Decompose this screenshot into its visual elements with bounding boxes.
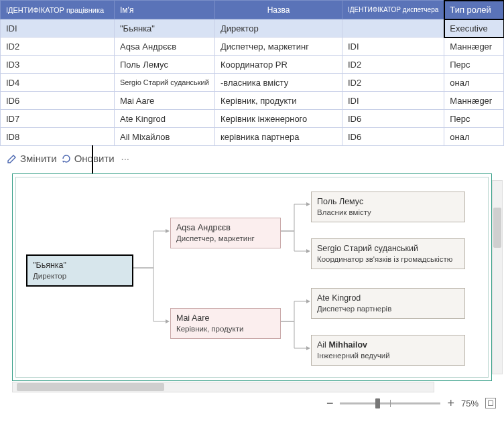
node-title: Диспетчер партнерів xyxy=(317,304,459,315)
table-row[interactable]: ID2 Aqsa Андрєєв Диспетчер, маркетинг ID… xyxy=(1,38,504,56)
node-title: Керівник, продукти xyxy=(176,324,275,335)
zoom-value: 75% xyxy=(461,398,479,408)
col-role-type[interactable]: Тип ролей xyxy=(444,1,504,19)
edit-button[interactable]: Змінити xyxy=(7,153,57,164)
cell-name[interactable]: Aqsa Андрєєв xyxy=(115,38,215,56)
node-name: Aqsa Андрєєв xyxy=(176,222,275,234)
node-name: Ail Mihhailov xyxy=(317,340,459,351)
cell-id[interactable]: ID3 xyxy=(1,56,115,74)
table-row[interactable]: ID7 Ate Kingrod Керівник інженерного ID6… xyxy=(1,110,504,128)
cell-role[interactable]: Перс xyxy=(444,110,504,128)
col-name[interactable]: Ім'я xyxy=(115,1,215,19)
node-name: Поль Лемус xyxy=(317,196,459,208)
node-name: Mai Aare xyxy=(176,313,275,324)
cell-id[interactable]: ID6 xyxy=(1,92,115,110)
org-node[interactable]: Поль Лемус Власник вмісту xyxy=(311,192,465,222)
cell-title[interactable]: Диспетчер, маркетинг xyxy=(215,38,342,56)
org-node-root[interactable]: "Бьянка" Директор xyxy=(26,254,133,287)
fit-to-window-button[interactable] xyxy=(485,398,496,408)
cell-name[interactable]: Mai Aare xyxy=(115,92,215,110)
scrollbar-thumb[interactable] xyxy=(17,383,164,391)
node-title: Директор xyxy=(33,271,127,282)
table-row[interactable]: IDI "Бьянка" Директор Executive xyxy=(1,19,504,38)
table-row[interactable]: ID8 Ail Міхайлов керівника партнера ID6 … xyxy=(1,128,504,146)
cell-name[interactable]: Ate Kingrod xyxy=(115,110,215,128)
cell-mgr[interactable]: IDI xyxy=(342,92,444,110)
cell-title[interactable]: Керівник інженерного xyxy=(215,110,342,128)
node-name: Sergio Старий суданський xyxy=(317,243,459,254)
org-node[interactable]: Mai Aare Керівник, продукти xyxy=(170,308,281,339)
col-title[interactable]: Назва xyxy=(215,1,342,19)
vertical-scrollbar[interactable] xyxy=(492,180,503,374)
cell-role[interactable]: Маннæger xyxy=(444,38,504,56)
cell-title[interactable]: -власника вмісту xyxy=(215,74,342,92)
cell-id[interactable]: ID8 xyxy=(1,128,115,146)
table-header-row: ІДЕНТИФІКАТОР працівника Ім'я Назва ІДЕН… xyxy=(1,1,504,19)
cell-mgr[interactable]: ID2 xyxy=(342,74,444,92)
cell-role[interactable]: онал xyxy=(444,74,504,92)
node-title: Координатор зв'язків із громадськістю xyxy=(317,254,459,265)
cell-title[interactable]: Директор xyxy=(215,19,342,38)
cell-title[interactable]: керівника партнера xyxy=(215,128,342,146)
svg-marker-0 xyxy=(62,161,64,163)
cell-name[interactable]: Sergio Старий суданський xyxy=(115,74,215,92)
cell-mgr[interactable] xyxy=(342,19,444,38)
zoom-slider[interactable] xyxy=(340,402,440,404)
zoom-bar: − + 75% xyxy=(0,393,504,416)
cell-name[interactable]: Поль Лемус xyxy=(115,56,215,74)
org-node[interactable]: Sergio Старий суданський Координатор зв'… xyxy=(311,238,465,269)
node-title: Інженерний ведучий xyxy=(317,351,459,362)
refresh-icon xyxy=(61,153,72,164)
cell-id[interactable]: ID7 xyxy=(1,110,115,128)
cell-name[interactable]: Ail Міхайлов xyxy=(115,128,215,146)
diagram-viewport: "Бьянка" Директор Aqsa Андрєєв Диспетчер… xyxy=(0,169,504,381)
cell-mgr[interactable]: ID2 xyxy=(342,56,444,74)
diagram-canvas[interactable]: "Бьянка" Директор Aqsa Андрєєв Диспетчер… xyxy=(12,173,492,381)
org-node[interactable]: Ail Mihhailov Інженерний ведучий xyxy=(311,335,465,366)
zoom-tick xyxy=(390,400,391,407)
table-row[interactable]: ID6 Mai Aare Керівник, продукти IDI Манн… xyxy=(1,92,504,110)
org-node[interactable]: Aqsa Андрєєв Диспетчер, маркетинг xyxy=(170,218,281,248)
cell-id[interactable]: ID4 xyxy=(1,74,115,92)
cell-title[interactable]: Керівник, продукти xyxy=(215,92,342,110)
cell-title[interactable]: Координатор PR xyxy=(215,56,342,74)
node-title: Диспетчер, маркетинг xyxy=(176,234,275,244)
cell-role[interactable]: Executive xyxy=(444,19,504,38)
cell-role[interactable]: онал xyxy=(444,128,504,146)
scrollbar-thumb[interactable] xyxy=(493,208,501,248)
cell-mgr[interactable]: ID6 xyxy=(342,128,444,146)
cell-role[interactable]: Маннæger xyxy=(444,92,504,110)
horizontal-scrollbar[interactable] xyxy=(12,382,434,392)
zoom-in-button[interactable]: + xyxy=(447,397,454,409)
cell-id[interactable]: IDI xyxy=(1,19,115,38)
node-name: Ate Kingrod xyxy=(317,293,459,304)
cell-id[interactable]: ID2 xyxy=(1,38,115,56)
col-manager-id[interactable]: ІДЕНТИФІКАТОР диспетчера xyxy=(342,1,444,19)
cell-name[interactable]: "Бьянка" xyxy=(115,19,215,38)
employee-table: ІДЕНТИФІКАТОР працівника Ім'я Назва ІДЕН… xyxy=(0,0,504,146)
table-row[interactable]: ID3 Поль Лемус Координатор PR ID2 Перс xyxy=(1,56,504,74)
col-employee-id[interactable]: ІДЕНТИФІКАТОР працівника xyxy=(1,1,115,19)
node-name: "Бьянка" xyxy=(33,260,127,271)
zoom-out-button[interactable]: − xyxy=(326,397,334,409)
cell-mgr[interactable]: IDI xyxy=(342,38,444,56)
org-node[interactable]: Ate Kingrod Диспетчер партнерів xyxy=(311,288,465,319)
pencil-icon xyxy=(7,153,17,164)
node-title: Власник вмісту xyxy=(317,208,459,218)
cell-role[interactable]: Перс xyxy=(444,56,504,74)
cell-mgr[interactable]: ID6 xyxy=(342,110,444,128)
edit-label: Змінити xyxy=(20,153,57,164)
table-row[interactable]: ID4 Sergio Старий суданський -власника в… xyxy=(1,74,504,92)
zoom-handle[interactable] xyxy=(375,398,380,408)
